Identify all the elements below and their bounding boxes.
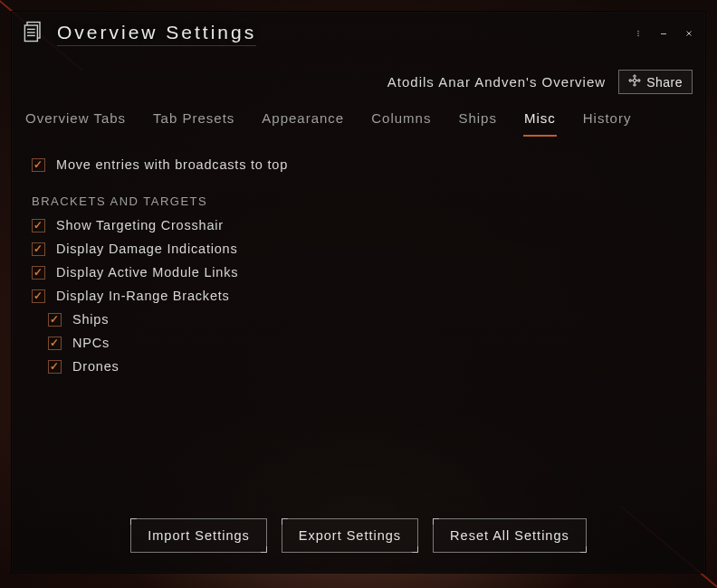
svg-point-13 (634, 84, 636, 86)
svg-point-6 (637, 33, 638, 33)
checkbox-sub-drones[interactable] (48, 360, 62, 374)
checkbox-damage-indications[interactable] (32, 242, 45, 256)
row-damage-indications: Display Damage Indications (32, 237, 685, 261)
minimize-icon[interactable] (656, 26, 671, 41)
label-targeting-crosshair: Show Targeting Crosshair (56, 218, 224, 232)
footer-buttons: Import Settings Export Settings Reset Al… (12, 504, 705, 573)
tab-misc[interactable]: Misc (523, 110, 557, 137)
svg-point-7 (637, 35, 638, 36)
overview-settings-window: Overview Settings Atodils Anar Andven's … (11, 11, 706, 574)
row-in-range-brackets: Display In-Range Brackets (32, 284, 685, 308)
svg-point-14 (629, 80, 631, 81)
titlebar: Overview Settings (12, 12, 705, 53)
svg-rect-1 (24, 25, 37, 42)
checkbox-targeting-crosshair[interactable] (32, 219, 45, 232)
label-sub-ships: Ships (72, 312, 109, 327)
svg-point-11 (633, 79, 636, 82)
svg-rect-8 (661, 33, 666, 34)
label-in-range-brackets: Display In-Range Brackets (56, 289, 230, 303)
subheader: Atodils Anar Andven's Overview Share (12, 53, 705, 101)
reset-all-settings-button[interactable]: Reset All Settings (433, 518, 587, 553)
svg-point-12 (634, 75, 636, 77)
settings-document-icon (21, 19, 46, 48)
label-sub-npcs: NPCs (72, 336, 110, 350)
checkbox-sub-ships[interactable] (48, 313, 62, 327)
tab-history[interactable]: History (582, 110, 633, 137)
row-sub-drones: Drones (32, 355, 685, 378)
svg-point-5 (637, 31, 638, 32)
label-damage-indications: Display Damage Indications (56, 242, 238, 256)
tab-appearance[interactable]: Appearance (261, 110, 345, 137)
share-icon (628, 74, 641, 90)
tab-ships[interactable]: Ships (457, 110, 498, 137)
row-targeting-crosshair: Show Targeting Crosshair (32, 213, 685, 237)
label-sub-drones: Drones (72, 359, 120, 374)
brackets-section-title: BRACKETS AND TARGETS (32, 176, 685, 213)
tab-columns[interactable]: Columns (370, 110, 432, 137)
share-button-label: Share (646, 75, 683, 90)
row-sub-npcs: NPCs (32, 331, 685, 355)
label-active-module-links: Display Active Module Links (56, 265, 238, 280)
checkbox-sub-npcs[interactable] (48, 337, 62, 350)
row-move-broadcasts: Move entries with broadcasts to top (32, 153, 685, 176)
tab-bar: Overview Tabs Tab Presets Appearance Col… (12, 101, 705, 137)
label-move-broadcasts: Move entries with broadcasts to top (56, 157, 288, 172)
row-active-module-links: Display Active Module Links (32, 261, 685, 284)
misc-panel: Move entries with broadcasts to top BRAC… (12, 137, 705, 504)
kebab-menu-icon[interactable] (631, 26, 645, 41)
tab-tab-presets[interactable]: Tab Presets (152, 110, 235, 137)
tab-overview-tabs[interactable]: Overview Tabs (24, 110, 127, 137)
row-sub-ships: Ships (32, 308, 685, 331)
svg-point-15 (638, 80, 640, 81)
window-title: Overview Settings (57, 22, 256, 46)
close-icon[interactable] (682, 26, 696, 41)
share-button[interactable]: Share (618, 70, 693, 94)
checkbox-move-broadcasts[interactable] (32, 158, 45, 172)
overview-name-label: Atodils Anar Andven's Overview (387, 74, 606, 90)
checkbox-active-module-links[interactable] (32, 266, 45, 280)
export-settings-button[interactable]: Export Settings (282, 518, 418, 553)
import-settings-button[interactable]: Import Settings (130, 518, 267, 553)
checkbox-in-range-brackets[interactable] (32, 289, 45, 303)
